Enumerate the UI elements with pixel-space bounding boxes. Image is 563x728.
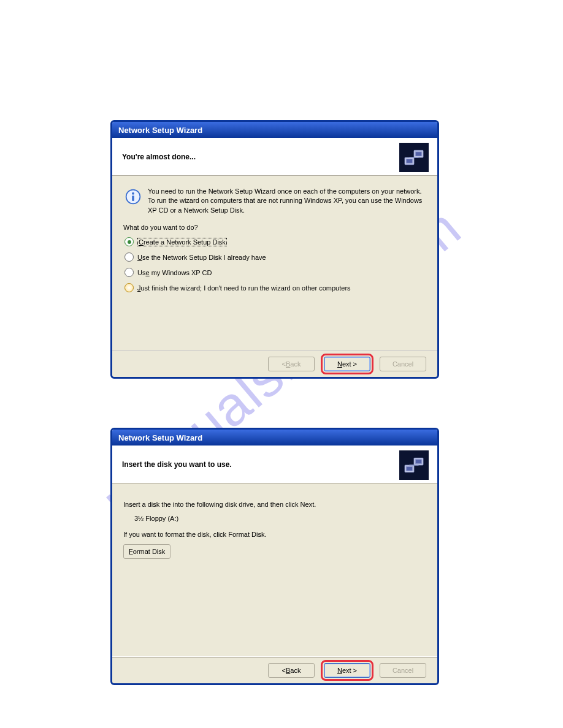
svg-rect-11	[416, 460, 422, 464]
svg-point-6	[132, 192, 134, 195]
wizard-header: Insert the disk you want to use.	[112, 446, 437, 483]
svg-rect-2	[407, 159, 413, 164]
radio-icon	[124, 252, 134, 262]
titlebar: Network Setup Wizard	[112, 430, 437, 446]
wizard-body: Insert a disk the into the following dis…	[112, 483, 437, 656]
back-button: < Back	[268, 357, 315, 371]
drive-label: 3½ Floppy (A:)	[134, 515, 426, 522]
info-icon	[123, 187, 143, 207]
next-button[interactable]: Next >	[324, 357, 370, 371]
titlebar: Network Setup Wizard	[112, 122, 437, 138]
option-label: Use my Windows XP CD	[137, 269, 212, 276]
instruction-line-2: If you want to format the disk, click Fo…	[123, 529, 426, 540]
option-label: Use the Network Setup Disk I already hav…	[137, 254, 266, 261]
option-create-disk[interactable]: Create a Network Setup Disk	[124, 237, 426, 246]
radio-icon	[124, 268, 134, 277]
network-icon	[399, 143, 429, 172]
wizard-footer: < Back Next > Cancel	[112, 350, 437, 377]
wizard-footer: < Back Next > Cancel	[112, 656, 437, 684]
svg-rect-10	[407, 467, 413, 471]
option-just-finish[interactable]: Just finish the wizard; I don't need to …	[124, 283, 426, 292]
wizard-dialog-2: Network Setup Wizard Insert the disk you…	[110, 428, 439, 685]
option-use-cd[interactable]: Use my Windows XP CD	[124, 268, 426, 277]
header-title: Insert the disk you want to use.	[122, 460, 232, 469]
wizard-dialog-1: Network Setup Wizard You're almost done.…	[110, 120, 439, 379]
instruction-line-1: Insert a disk the into the following dis…	[123, 499, 426, 510]
radio-group: Create a Network Setup Disk Use the Netw…	[124, 237, 426, 292]
radio-icon	[124, 237, 134, 246]
option-label: Just finish the wizard; I don't need to …	[137, 284, 351, 292]
next-highlight: Next >	[321, 354, 373, 374]
title-text: Network Setup Wizard	[118, 126, 202, 135]
svg-rect-3	[416, 152, 422, 156]
format-disk-button[interactable]: Format Disk	[123, 544, 170, 559]
wizard-header: You're almost done...	[112, 138, 437, 176]
next-button[interactable]: Next >	[324, 663, 370, 678]
option-use-disk[interactable]: Use the Network Setup Disk I already hav…	[124, 252, 426, 262]
option-label: Create a Network Setup Disk	[137, 238, 227, 246]
title-text: Network Setup Wizard	[118, 433, 202, 442]
header-title: You're almost done...	[122, 153, 196, 161]
info-text: You need to run the Network Setup Wizard…	[148, 187, 426, 215]
info-box: You need to run the Network Setup Wizard…	[123, 187, 426, 215]
cancel-button: Cancel	[380, 663, 426, 678]
network-icon	[399, 450, 429, 480]
svg-rect-7	[132, 195, 134, 201]
wizard-body: You need to run the Network Setup Wizard…	[112, 176, 437, 350]
next-highlight: Next >	[321, 660, 373, 681]
prompt-text: What do you want to do?	[123, 224, 426, 231]
cancel-button: Cancel	[380, 357, 426, 371]
back-button[interactable]: < Back	[268, 663, 315, 678]
radio-icon	[124, 283, 134, 292]
